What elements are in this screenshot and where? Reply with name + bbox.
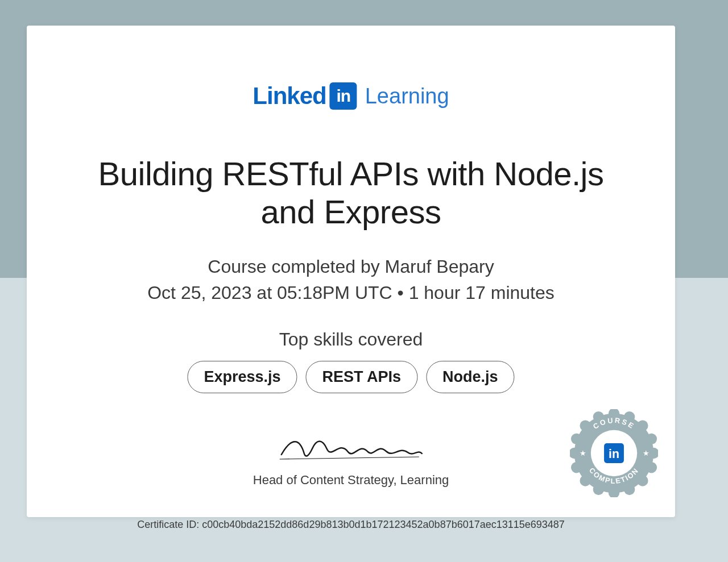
completed-by-text: Course completed by Maruf Bepary [27,256,675,277]
completion-date-text: Oct 25, 2023 at 05:18PM UTC • 1 hour 17 … [27,282,675,303]
logo-learning-text: Learning [365,84,449,109]
skill-chip: Express.js [187,361,297,393]
course-title: Building RESTful APIs with Node.js and E… [89,155,613,231]
skills-covered-label: Top skills covered [27,329,675,350]
logo-linked-text: Linked [253,82,326,110]
skill-chip: REST APIs [306,361,418,393]
linkedin-in-icon: in [330,82,357,110]
svg-text:in: in [609,447,619,461]
signature-icon [277,432,425,466]
skills-row: Express.js REST APIs Node.js [187,361,514,393]
certificate-id-label: Certificate ID: [137,519,199,530]
signer-title: Head of Content Strategy, Learning [253,473,449,488]
completion-seal-icon: in COURSE COMPLETION ★ ★ [570,409,658,497]
certificate-card: Linked in Learning Building RESTful APIs… [27,26,675,517]
svg-text:★: ★ [643,449,650,457]
certificate-id-line: Certificate ID: c00cb40bda2152dd86d29b81… [137,519,565,531]
signature-block: Head of Content Strategy, Learning [253,432,449,488]
svg-text:★: ★ [580,449,586,457]
linkedin-learning-logo: Linked in Learning [253,82,449,110]
certificate-id-value: c00cb40bda2152dd86d29b813b0d1b172123452a… [202,519,565,530]
skill-chip: Node.js [426,361,515,393]
